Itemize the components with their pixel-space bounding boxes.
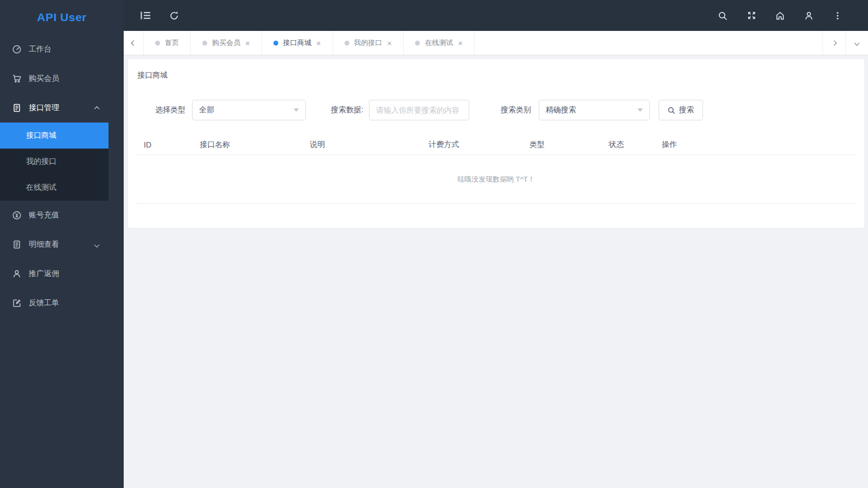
tab-api-mall[interactable]: 接口商城 × <box>262 31 333 55</box>
search-submit-button[interactable]: 搜索 <box>659 100 703 120</box>
sidebar-menu: 工作台 购买会员 接口管理 <box>0 35 108 318</box>
fullscreen-button[interactable] <box>742 6 761 25</box>
tabbar: 首页 购买会员 × 接口商城 × 我的接口 × 在线测试 × <box>124 31 868 55</box>
category-select-value: 精确搜索 <box>546 105 576 115</box>
search-button-topbar[interactable] <box>713 6 732 25</box>
tab-close-icon[interactable]: × <box>245 39 250 47</box>
home-button[interactable] <box>770 6 790 25</box>
cart-icon <box>12 74 22 84</box>
search-data-label: 搜索数据: <box>331 105 363 115</box>
empty-state-text: 哇哦没发现数据哟 T^T！ <box>457 175 535 184</box>
feedback-edit-icon <box>12 298 22 308</box>
collapse-sidebar-button[interactable] <box>136 6 155 25</box>
filter-row: 选择类型 全部 搜索数据: 搜索类别 精确搜索 <box>155 100 857 120</box>
tab-status-dot <box>344 41 349 46</box>
column-header-status: 状态 <box>601 140 654 150</box>
chevron-up-icon <box>94 106 100 111</box>
api-table: ID 接口名称 说明 计费方式 类型 状态 操作 哇哦没发现数据哟 T^T！ <box>136 134 857 204</box>
chevron-down-icon <box>94 242 100 247</box>
select-caret-icon <box>293 108 299 112</box>
tabbar-spacer <box>475 31 822 55</box>
tabs-scroll-right-button[interactable] <box>822 31 845 55</box>
tab-status-dot <box>273 41 278 46</box>
sidebar-item-label: 推广返佣 <box>29 269 59 279</box>
tab-buy-membership[interactable]: 购买会员 × <box>191 31 262 55</box>
sidebar-item-label: 明细查看 <box>29 240 59 249</box>
refresh-button[interactable] <box>164 6 184 25</box>
fullscreen-icon <box>747 11 756 20</box>
page-title: 接口商城 <box>136 59 857 80</box>
column-header-actions: 操作 <box>654 140 857 150</box>
tab-status-dot <box>202 41 207 46</box>
api-doc-icon <box>12 103 22 113</box>
sidebar-item-label: 账号充值 <box>29 210 59 220</box>
dashboard-icon <box>12 44 22 54</box>
tab-online-test[interactable]: 在线测试 × <box>404 31 475 55</box>
recharge-yen-icon <box>12 210 22 220</box>
tab-close-icon[interactable]: × <box>316 39 321 47</box>
chevron-left-icon <box>131 40 136 46</box>
content-area: 接口商城 选择类型 全部 搜索数据: 搜索类别 精确搜索 <box>124 55 868 488</box>
search-icon <box>667 106 675 114</box>
sidebar-subitem-online-test[interactable]: 在线测试 <box>0 175 108 201</box>
sidebar: API User 工作台 购买会员 <box>0 0 124 488</box>
search-icon <box>718 11 727 21</box>
table-empty-state: 哇哦没发现数据哟 T^T！ <box>136 155 857 204</box>
sidebar-subitem-api-mall[interactable]: 接口商城 <box>0 123 108 149</box>
topbar-right-actions <box>713 6 847 25</box>
tabs-scroll-left-button[interactable] <box>124 31 144 55</box>
more-vertical-icon <box>833 11 843 21</box>
search-category-label: 搜索类别 <box>501 105 531 115</box>
tab-close-icon[interactable]: × <box>387 39 392 47</box>
chevron-down-icon <box>854 40 860 46</box>
sidebar-submenu: 接口商城 我的接口 在线测试 <box>0 123 108 201</box>
home-icon <box>775 11 785 21</box>
sidebar-item-label: 购买会员 <box>29 74 59 84</box>
tab-status-dot <box>155 41 160 46</box>
column-header-description: 说明 <box>302 140 420 150</box>
type-filter-label: 选择类型 <box>155 105 186 115</box>
tab-status-dot <box>415 41 420 46</box>
detail-doc-icon <box>12 240 22 249</box>
column-header-type: 类型 <box>521 140 601 150</box>
sidebar-item-details[interactable]: 明细查看 <box>0 230 108 259</box>
select-caret-icon <box>637 108 643 112</box>
sidebar-item-label: 反馈工单 <box>29 298 59 308</box>
api-mall-card: 接口商城 选择类型 全部 搜索数据: 搜索类别 精确搜索 <box>128 59 864 228</box>
sidebar-item-referral[interactable]: 推广返佣 <box>0 259 108 288</box>
tab-home[interactable]: 首页 <box>144 31 191 55</box>
type-select-value: 全部 <box>199 105 214 115</box>
brand-logo: API User <box>0 0 124 35</box>
tabs-menu-button[interactable] <box>845 31 868 55</box>
sidebar-item-workbench[interactable]: 工作台 <box>0 35 108 64</box>
sidebar-item-label: 工作台 <box>29 44 52 54</box>
chevron-right-icon <box>832 40 837 46</box>
app-root: API User 工作台 购买会员 <box>0 0 868 488</box>
referral-user-icon <box>12 269 22 279</box>
user-button[interactable] <box>799 6 819 25</box>
user-icon <box>804 11 814 21</box>
search-input[interactable] <box>369 100 469 120</box>
sidebar-item-recharge[interactable]: 账号充值 <box>0 201 108 230</box>
more-button[interactable] <box>828 6 847 25</box>
column-header-name: 接口名称 <box>192 140 302 150</box>
sidebar-item-feedback[interactable]: 反馈工单 <box>0 288 108 318</box>
menu-fold-icon <box>141 11 151 20</box>
type-select[interactable]: 全部 <box>192 100 306 120</box>
search-category-select[interactable]: 精确搜索 <box>539 100 650 120</box>
table-header-row: ID 接口名称 说明 计费方式 类型 状态 操作 <box>136 134 857 155</box>
sidebar-subitem-my-apis[interactable]: 我的接口 <box>0 149 108 175</box>
sidebar-item-buy-membership[interactable]: 购买会员 <box>0 64 108 93</box>
tab-my-apis[interactable]: 我的接口 × <box>333 31 404 55</box>
column-header-id: ID <box>136 140 192 149</box>
tab-close-icon[interactable]: × <box>458 39 463 47</box>
column-header-billing: 计费方式 <box>420 140 521 150</box>
main-area: 首页 购买会员 × 接口商城 × 我的接口 × 在线测试 × <box>124 0 868 488</box>
sidebar-item-label: 接口管理 <box>29 103 59 113</box>
sidebar-item-api-management[interactable]: 接口管理 <box>0 93 108 123</box>
refresh-icon <box>169 11 179 21</box>
topbar <box>124 0 868 31</box>
